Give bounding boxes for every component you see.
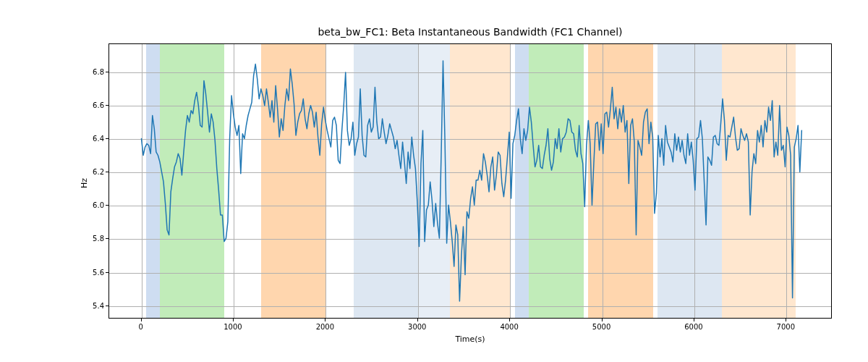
tick-label-x: 5000	[592, 323, 610, 331]
tick-y	[106, 272, 109, 273]
tick-label-x: 0	[138, 323, 142, 331]
tick-y	[106, 306, 109, 306]
tick-y	[106, 105, 109, 106]
data-line-svg	[109, 44, 831, 318]
tick-label-x: 3000	[408, 323, 426, 331]
tick-label-y: 5.8	[84, 235, 104, 243]
tick-x	[694, 319, 694, 321]
tick-label-x: 7000	[777, 323, 795, 331]
tick-y	[106, 172, 109, 172]
tick-label-y: 5.4	[84, 301, 104, 309]
tick-label-y: 6.0	[84, 201, 104, 209]
tick-x	[325, 319, 326, 321]
tick-label-y: 6.2	[84, 168, 104, 176]
tick-x	[786, 319, 786, 321]
tick-label-y: 6.8	[84, 68, 104, 76]
x-axis-label: Time(s)	[109, 334, 832, 344]
tick-x	[417, 319, 418, 321]
tick-y	[106, 138, 109, 139]
tick-x	[141, 319, 142, 321]
tick-label-y: 6.4	[84, 135, 104, 143]
series-beta_bw_FC1	[142, 61, 802, 301]
chart-title: beta_bw_FC1: Beta Instantaneous Bandwidt…	[109, 26, 832, 38]
tick-x	[233, 319, 234, 321]
tick-label-x: 1000	[224, 323, 242, 331]
tick-label-y: 5.6	[84, 268, 104, 276]
y-axis-label: Hz	[80, 178, 89, 188]
tick-y	[106, 72, 109, 72]
tick-y	[106, 238, 109, 239]
tick-x	[602, 319, 603, 321]
tick-y	[106, 205, 109, 206]
tick-x	[509, 319, 510, 321]
plot-area	[109, 43, 832, 319]
tick-label-x: 2000	[316, 323, 334, 331]
figure: beta_bw_FC1: Beta Instantaneous Bandwidt…	[0, 0, 868, 362]
tick-label-x: 4000	[500, 323, 518, 331]
tick-label-x: 6000	[684, 323, 702, 331]
tick-label-y: 6.6	[84, 101, 104, 109]
